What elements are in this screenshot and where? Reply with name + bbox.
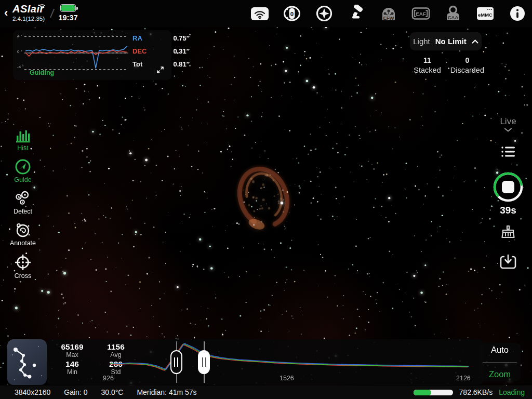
back-button[interactable]: ‹ — [4, 7, 8, 19]
guide-scope-icon[interactable] — [315, 4, 334, 23]
frame-type-label: Light — [413, 37, 430, 46]
info-icon[interactable] — [508, 4, 527, 23]
hist-tick-low: 926 — [103, 375, 114, 382]
right-toolbar: Live 39s — [489, 116, 527, 271]
guiding-graph-panel[interactable]: 4 ″ 0 ″ -4 ″ RA0.75″ DEC0.31″ Tot0.81″ G… — [13, 30, 171, 80]
live-chevron-down-icon[interactable] — [504, 128, 512, 132]
discarded-counter: 0 Discarded — [450, 56, 484, 74]
black-point-slider[interactable] — [170, 339, 183, 385]
constellation-preview — [7, 339, 47, 385]
stop-exposure-button[interactable] — [491, 170, 525, 204]
transfer-rate: 782.6KB/s — [459, 388, 493, 396]
white-point-slider[interactable] — [198, 339, 210, 385]
svg-text:CAA: CAA — [448, 15, 459, 20]
emmc-icon[interactable]: eMMC — [476, 4, 495, 23]
chevron-up-icon — [472, 39, 478, 44]
svg-text:0: 0 — [290, 11, 294, 17]
svg-text:eMMC: eMMC — [478, 12, 493, 18]
frame-type-limit-dropdown[interactable]: Light No Limit — [410, 32, 482, 50]
guide-ytick-0: 0 ″ — [17, 49, 22, 54]
detect-icon — [14, 190, 32, 207]
guide-dec-row: DEC0.31″ — [132, 47, 190, 55]
annotate-icon — [14, 222, 32, 238]
guide-ytick-4: 4 ″ — [17, 34, 22, 38]
efw-icon[interactable]: EFW — [379, 4, 398, 23]
zoom-button[interactable]: Zoom — [489, 369, 511, 379]
sky-atlas-thumbnail[interactable] — [7, 339, 47, 385]
meridian-countdown: Meridian: 41m 57s — [137, 388, 196, 396]
guide-ra-row: RA0.75″ — [132, 34, 190, 42]
capture-info: 3840x2160 Gain: 0 30.0°C Meridian: 41m 5… — [15, 388, 197, 396]
detect-stars-tool[interactable]: Detect — [7, 190, 38, 215]
svg-text:EFW: EFW — [383, 15, 394, 21]
download-progress-bar — [414, 390, 453, 395]
topbar-divider: / — [49, 6, 55, 21]
loading-state: Loading — [499, 388, 525, 396]
asiair-app: ‹ ASIair 2.4.1(12.35) / 19:37 0 — [0, 0, 532, 399]
guide-icon — [15, 158, 31, 175]
divider — [483, 362, 517, 363]
live-stack-image[interactable] — [0, 27, 532, 385]
caa-icon[interactable]: CAA — [444, 4, 462, 23]
hist-tick-high: 2126 — [456, 375, 471, 382]
save-download-button[interactable] — [499, 254, 517, 271]
device-status-icons: 0 — [250, 4, 527, 23]
crosshair-tool[interactable]: Cross — [7, 254, 38, 280]
histogram-panel: 65169Max 1156Avg 146Min 286Std 926 1526 … — [47, 339, 483, 385]
histogram-icon — [15, 128, 31, 143]
main-camera-icon[interactable]: 0 — [283, 4, 301, 23]
sequence-list-button[interactable] — [501, 145, 515, 158]
resolution: 3840x2160 — [15, 388, 50, 396]
logo-wifi-icon — [38, 1, 46, 10]
guide-tool[interactable]: Guide — [7, 158, 38, 183]
stacked-counter: 11 Stacked — [414, 56, 441, 74]
histogram-tool[interactable]: Hist — [7, 128, 38, 152]
wifi-station-icon[interactable] — [250, 4, 269, 23]
auto-stretch-button[interactable]: Auto — [491, 345, 509, 355]
app-version: 2.4.1(12.35) — [12, 16, 45, 22]
eaf-icon[interactable]: EAF — [411, 4, 430, 23]
clock: 19:37 — [56, 14, 80, 22]
sensor-temp: 30.0°C — [101, 388, 123, 396]
gain: Gain: 0 — [64, 388, 87, 396]
battery-time: 19:37 — [56, 4, 80, 22]
histogram-chart — [110, 340, 471, 377]
crosshair-icon — [14, 254, 32, 271]
expand-icon[interactable] — [156, 66, 164, 76]
live-mode-label[interactable]: Live — [500, 116, 516, 127]
bottom-status-bar: 3840x2160 Gain: 0 30.0°C Meridian: 41m 5… — [0, 385, 532, 399]
stack-counters: 11 Stacked 0 Discarded — [414, 56, 484, 74]
transfer-status: 782.6KB/s Loading — [414, 388, 525, 396]
battery-icon — [60, 4, 76, 12]
guiding-status-label: Guiding — [30, 69, 54, 76]
svg-text:EAF: EAF — [416, 11, 426, 17]
clear-stack-button[interactable] — [500, 224, 516, 240]
mount-icon[interactable] — [347, 4, 366, 23]
exposure-timer: 39s — [500, 205, 516, 216]
annotate-tool[interactable]: Annotate — [7, 222, 38, 247]
left-toolbar: Hist Guide Detect Annotate — [7, 128, 38, 280]
asiair-logo: ASIair 2.4.1(12.35) — [12, 3, 45, 22]
stretch-controls: Auto Zoom — [479, 343, 521, 381]
top-bar: ‹ ASIair 2.4.1(12.35) / 19:37 0 — [0, 0, 532, 27]
guide-ytick-neg4: -4 ″ — [17, 64, 23, 69]
hist-tick-mid: 1526 — [280, 375, 294, 382]
limit-value: No Limit — [435, 37, 467, 46]
